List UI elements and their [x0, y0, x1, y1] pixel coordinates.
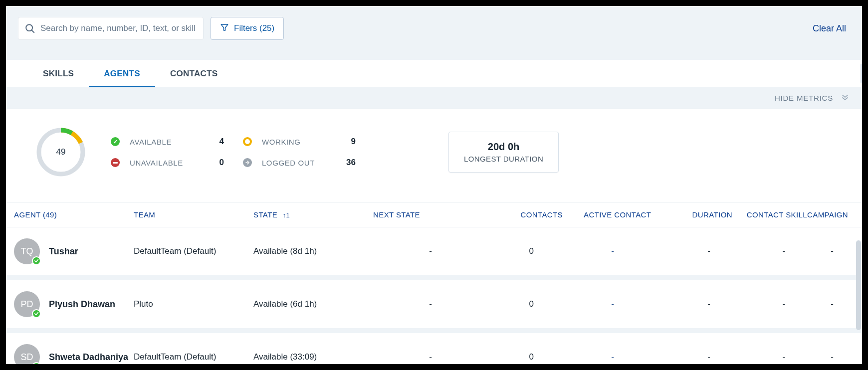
- cell-next-state: -: [373, 352, 488, 362]
- cell-next-state: -: [373, 246, 488, 256]
- donut-total: 49: [35, 126, 87, 178]
- cell-contact-skill: -: [732, 352, 807, 362]
- filters-button[interactable]: Filters (25): [211, 17, 284, 40]
- col-contact-skill[interactable]: CONTACT SKILL: [732, 210, 807, 219]
- cell-active-contact: -: [563, 299, 662, 309]
- status-dot-available-icon: ✓: [111, 137, 120, 146]
- col-active-contact[interactable]: ACTIVE CONTACT: [563, 210, 662, 219]
- cell-contacts: 0: [488, 299, 563, 309]
- cell-contacts: 0: [488, 352, 563, 362]
- vertical-scrollbar[interactable]: [856, 240, 861, 330]
- filters-label: Filters (25): [234, 23, 274, 33]
- cell-campaign: -: [807, 352, 857, 362]
- tabs-divider: [861, 64, 862, 83]
- avatar: PD: [14, 291, 40, 317]
- agent-donut-chart: 49: [35, 126, 87, 178]
- unavailable-value: 0: [193, 158, 233, 168]
- search-icon: [24, 23, 35, 34]
- agents-table-header: AGENT (49) TEAM STATE ↑1 NEXT STATE CONT…: [6, 202, 862, 227]
- agent-name: Tushar: [49, 246, 78, 257]
- col-team[interactable]: TEAM: [134, 210, 253, 219]
- hide-metrics-toggle[interactable]: HIDE METRICS: [6, 87, 862, 109]
- unavailable-label: UNAVAILABLE: [130, 159, 183, 167]
- table-row[interactable]: TQ Tushar DefaultTeam (Default) Availabl…: [6, 227, 862, 280]
- agent-name: Piyush Dhawan: [49, 299, 115, 310]
- status-badge-available-icon: [32, 256, 41, 265]
- sort-indicator: ↑1: [283, 211, 290, 219]
- search-input[interactable]: [40, 23, 197, 33]
- tab-contacts[interactable]: CONTACTS: [155, 60, 233, 87]
- working-value: 9: [325, 137, 365, 147]
- tab-skills[interactable]: SKILLS: [28, 60, 89, 87]
- cell-contact-skill: -: [732, 246, 807, 256]
- search-field[interactable]: [18, 17, 204, 40]
- table-row[interactable]: PD Piyush Dhawan Pluto Available (6d 1h)…: [6, 280, 862, 333]
- clear-all-link[interactable]: Clear All: [813, 23, 850, 34]
- table-row[interactable]: SD Shweta Dadhaniya DefaultTeam (Default…: [6, 333, 862, 364]
- available-value: 4: [193, 137, 233, 147]
- loggedout-label: LOGGED OUT: [262, 159, 315, 167]
- tabs: SKILLS AGENTS CONTACTS: [6, 60, 862, 87]
- metrics-panel: 49 ✓ AVAILABLE 4 WORKING 9 UNAVAILABLE 0…: [6, 109, 862, 202]
- loggedout-value: 36: [325, 158, 365, 168]
- cell-duration: -: [662, 246, 732, 256]
- available-label: AVAILABLE: [130, 138, 183, 146]
- cell-team: DefaultTeam (Default): [134, 352, 253, 362]
- cell-active-contact: -: [563, 246, 662, 256]
- cell-team: Pluto: [134, 299, 253, 309]
- col-contacts[interactable]: CONTACTS: [488, 210, 563, 219]
- filter-bar: Filters (25) Clear All: [6, 6, 862, 51]
- working-label: WORKING: [262, 138, 315, 146]
- longest-duration-label: LONGEST DURATION: [464, 155, 543, 163]
- status-dot-working-icon: [243, 137, 252, 146]
- cell-contact-skill: -: [732, 299, 807, 309]
- svg-marker-2: [221, 24, 228, 30]
- col-duration[interactable]: DURATION: [662, 210, 732, 219]
- cell-state: Available (6d 1h): [253, 299, 373, 309]
- avatar: SD: [14, 344, 40, 364]
- longest-duration-value: 20d 0h: [464, 141, 543, 153]
- avatar: TQ: [14, 238, 40, 264]
- cell-duration: -: [662, 352, 732, 362]
- cell-next-state: -: [373, 299, 488, 309]
- svg-line-1: [32, 30, 34, 33]
- status-badge-available-icon: [32, 309, 41, 318]
- cell-state: Available (8d 1h): [253, 246, 373, 256]
- cell-team: DefaultTeam (Default): [134, 246, 253, 256]
- col-next-state[interactable]: NEXT STATE: [373, 210, 488, 219]
- agent-name: Shweta Dadhaniya: [49, 352, 128, 363]
- tab-agents[interactable]: AGENTS: [89, 60, 155, 87]
- chevron-down-double-icon: [840, 92, 850, 104]
- col-state[interactable]: STATE ↑1: [253, 210, 373, 219]
- col-agent[interactable]: AGENT (49): [14, 210, 134, 219]
- status-stats: ✓ AVAILABLE 4 WORKING 9 UNAVAILABLE 0 LO…: [111, 137, 365, 168]
- col-campaign[interactable]: CAMPAIGN: [807, 210, 857, 219]
- cell-campaign: -: [807, 299, 857, 309]
- cell-contacts: 0: [488, 246, 563, 256]
- status-dot-loggedout-icon: [243, 158, 252, 167]
- cell-active-contact: -: [563, 352, 662, 362]
- cell-state: Available (33:09): [253, 352, 373, 362]
- filter-icon: [220, 23, 229, 34]
- status-badge-available-icon: [32, 362, 41, 364]
- agents-table-body: TQ Tushar DefaultTeam (Default) Availabl…: [6, 227, 862, 364]
- hide-metrics-label: HIDE METRICS: [775, 94, 833, 102]
- cell-campaign: -: [807, 246, 857, 256]
- status-dot-unavailable-icon: [111, 158, 120, 167]
- longest-duration-card[interactable]: 20d 0h LONGEST DURATION: [448, 132, 559, 173]
- cell-duration: -: [662, 299, 732, 309]
- row-actions-menu[interactable]: [857, 352, 862, 363]
